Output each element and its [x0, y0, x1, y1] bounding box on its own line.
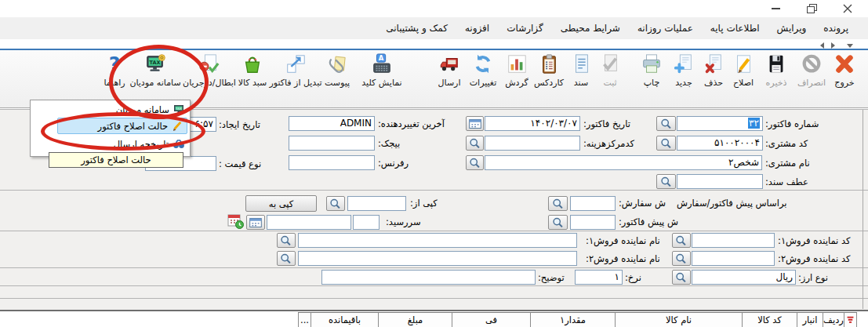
items-table-header: ... باقیمانده مبلغ فی مقدار۱ نام کالا کد…	[298, 312, 857, 327]
row-indicator-cell[interactable]	[844, 313, 857, 327]
maximize-button[interactable]	[798, 0, 825, 17]
created-time-label: تاریخ ایجاد:	[219, 119, 260, 130]
column-header-item-name[interactable]: نام کالا	[616, 313, 743, 327]
column-header-item-code[interactable]: کد کالا	[743, 313, 797, 327]
doc-ref-search-button[interactable]	[656, 174, 676, 189]
menu-item-edit[interactable]: ویرایش	[768, 20, 815, 36]
scroll-right-icon[interactable]	[831, 42, 835, 49]
divider	[863, 110, 863, 309]
column-header-amount[interactable]: مبلغ	[379, 313, 452, 327]
help-icon: ?	[103, 53, 126, 75]
divider	[0, 231, 868, 231]
agent1-name-field[interactable]	[298, 233, 577, 248]
reference-field[interactable]	[289, 155, 375, 170]
bijak-field[interactable]	[289, 136, 375, 151]
proforma-no-search-button[interactable]	[548, 215, 568, 230]
menu-item-environment[interactable]: شرایط محیطی	[552, 20, 629, 36]
menu-item-file[interactable]: پرونده	[815, 20, 857, 36]
agent2-code-field[interactable]	[692, 251, 775, 266]
toolbar-overflow-controls[interactable]	[817, 42, 864, 49]
last-modifier-field[interactable]: ADMIN	[289, 116, 375, 131]
invoice-no-field[interactable]: ۳۲	[677, 116, 763, 131]
based-on-label: براساس پیش فاکتور/سفارش	[677, 198, 786, 209]
convert-icon	[284, 53, 307, 75]
currency-field[interactable]: ریال	[692, 270, 796, 285]
menu-item-reports[interactable]: گزارشات	[498, 20, 551, 36]
column-header-unit-price[interactable]: فی	[452, 313, 531, 327]
copy-from-field[interactable]	[347, 196, 406, 211]
tax-small-icon: TAX	[173, 104, 185, 115]
agent1-name-search-button[interactable]	[277, 233, 296, 248]
column-header-row[interactable]: ردیف	[823, 313, 844, 327]
send-button[interactable]: ارسال	[418, 53, 481, 88]
proforma-no-field[interactable]	[570, 215, 616, 230]
invoice-no-search-button[interactable]	[656, 116, 676, 131]
menu-bar: پرونده ویرایش اطلاعات پایه عملیات روزانه…	[0, 17, 868, 39]
agent2-name-label: نام نماینده فروش۲:	[586, 253, 660, 264]
invoice-date-field[interactable]: ۱۴۰۲/۰۳/۰۷	[485, 116, 580, 131]
due-date-reminder-icon[interactable]	[227, 213, 245, 233]
customer-code-field[interactable]: ۵۱۰۰۲۰۰۰۴	[677, 136, 763, 151]
column-header-more[interactable]: ...	[298, 313, 311, 327]
menu-item-tax-system[interactable]: TAX سامانه مودیان	[32, 102, 188, 117]
column-header-warehouse[interactable]: انبار	[797, 313, 823, 327]
customer-code-search-button[interactable]	[656, 136, 676, 151]
void-in-progress-button[interactable]: ابطال/درجریان	[178, 53, 241, 88]
reference-label: رفرنس:	[378, 158, 409, 169]
customer-code-label: کد مشتری:	[765, 138, 808, 149]
copy-to-button[interactable]: کپی به	[245, 195, 317, 212]
customer-name-field[interactable]: شخص۲	[485, 155, 762, 170]
minimize-icon	[772, 8, 780, 9]
minimize-button[interactable]	[762, 0, 789, 17]
close-button[interactable]	[834, 0, 861, 17]
agent1-code-field[interactable]	[692, 233, 775, 248]
agent1-name-label: نام نماینده فروش۱:	[586, 235, 660, 246]
agent2-code-label: کد نماینده فروش۲:	[778, 253, 850, 264]
copy-from-search-button[interactable]	[326, 196, 345, 211]
cost-center-field[interactable]	[485, 136, 580, 151]
menu-item-addons[interactable]: افزونه	[456, 20, 498, 36]
basket-icon	[241, 53, 264, 75]
rate-label: نرخ:	[625, 272, 641, 283]
due-date-calendar-button[interactable]	[246, 215, 265, 230]
agent2-name-search-button[interactable]	[277, 251, 296, 266]
order-no-label: ش سفارش:	[619, 198, 666, 209]
column-header-remaining[interactable]: باقیمانده	[311, 313, 379, 327]
title-bar	[0, 0, 868, 17]
doc-ref-field[interactable]	[677, 174, 763, 189]
currency-search-button[interactable]	[672, 270, 691, 285]
selected-text: ۳۲	[748, 118, 760, 129]
agent1-code-search-button[interactable]	[672, 233, 691, 248]
red-filter-icon	[846, 315, 855, 325]
divider	[0, 190, 868, 191]
print-icon	[640, 53, 663, 75]
customer-name-label: نام مشتری:	[765, 158, 810, 169]
customer-name-search-button[interactable]	[466, 155, 484, 170]
due-date-field-2[interactable]	[267, 215, 351, 230]
menu-item-base-info[interactable]: اطلاعات پایه	[702, 20, 768, 36]
description-field[interactable]	[321, 270, 536, 285]
menu-item-send-history[interactable]: تاریخچه ارسال	[32, 136, 188, 151]
due-date-field[interactable]	[353, 215, 380, 230]
menu-item-invoice-edit-mode[interactable]: حالت اصلاح فاکتور	[57, 118, 187, 134]
invoice-date-calendar-button[interactable]	[466, 116, 484, 131]
order-no-search-button[interactable]	[548, 196, 568, 211]
menu-item-daily-ops[interactable]: عملیات روزانه	[629, 20, 702, 36]
cost-center-search-button[interactable]	[466, 136, 484, 151]
agent2-code-search-button[interactable]	[672, 251, 691, 266]
help-button[interactable]: ? راهنما	[83, 53, 146, 88]
order-no-field[interactable]	[570, 196, 616, 211]
last-modifier-label: آخرین تغییردهنده:	[378, 118, 445, 129]
invoice-window: پرونده ویرایش اطلاعات پایه عملیات روزانه…	[0, 0, 868, 327]
scroll-left-icon[interactable]	[820, 42, 824, 49]
agent2-name-field[interactable]	[298, 251, 577, 266]
column-header-quantity1[interactable]: مقدار۱	[531, 313, 616, 327]
bijak-label: بیجک:	[378, 138, 400, 149]
keyboard-icon: A	[370, 53, 394, 75]
divider	[0, 298, 868, 299]
menu-item-help-support[interactable]: کمک و پشتیبانی	[377, 20, 456, 36]
chevron-down-icon[interactable]	[847, 44, 853, 48]
maximize-icon	[807, 4, 817, 13]
rate-field[interactable]: ۱	[575, 270, 623, 285]
divider	[0, 267, 868, 268]
